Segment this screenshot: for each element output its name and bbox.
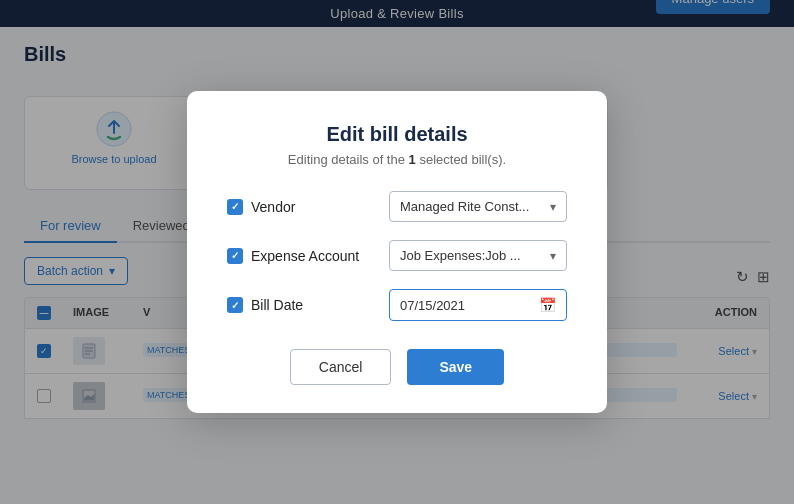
expense-account-field-row: Expense Account Job Expenses:Job ... ▾: [227, 240, 567, 271]
modal-overlay: Edit bill details Editing details of the…: [0, 0, 794, 504]
bill-date-field-row: Bill Date 07/15/2021 📅: [227, 289, 567, 321]
save-button[interactable]: Save: [407, 349, 504, 385]
bill-date-checkbox[interactable]: [227, 297, 243, 313]
expense-account-checkbox[interactable]: [227, 248, 243, 264]
cancel-button[interactable]: Cancel: [290, 349, 392, 385]
modal-actions: Cancel Save: [227, 349, 567, 385]
calendar-icon: 📅: [539, 297, 556, 313]
bill-date-value: 07/15/2021: [400, 298, 465, 313]
bill-date-label: Bill Date: [227, 297, 377, 313]
modal-title: Edit bill details: [227, 123, 567, 146]
vendor-value: Managed Rite Const...: [400, 199, 529, 214]
vendor-checkbox[interactable]: [227, 199, 243, 215]
expense-account-dropdown-arrow-icon: ▾: [550, 249, 556, 263]
vendor-dropdown-arrow-icon: ▾: [550, 200, 556, 214]
modal-count: 1: [409, 152, 416, 167]
edit-bill-modal: Edit bill details Editing details of the…: [187, 91, 607, 413]
expense-account-dropdown[interactable]: Job Expenses:Job ... ▾: [389, 240, 567, 271]
vendor-label: Vendor: [227, 199, 377, 215]
expense-account-label: Expense Account: [227, 248, 377, 264]
bill-date-input[interactable]: 07/15/2021 📅: [389, 289, 567, 321]
modal-subtitle: Editing details of the 1 selected bill(s…: [227, 152, 567, 167]
vendor-field-row: Vendor Managed Rite Const... ▾: [227, 191, 567, 222]
vendor-dropdown[interactable]: Managed Rite Const... ▾: [389, 191, 567, 222]
expense-account-value: Job Expenses:Job ...: [400, 248, 521, 263]
